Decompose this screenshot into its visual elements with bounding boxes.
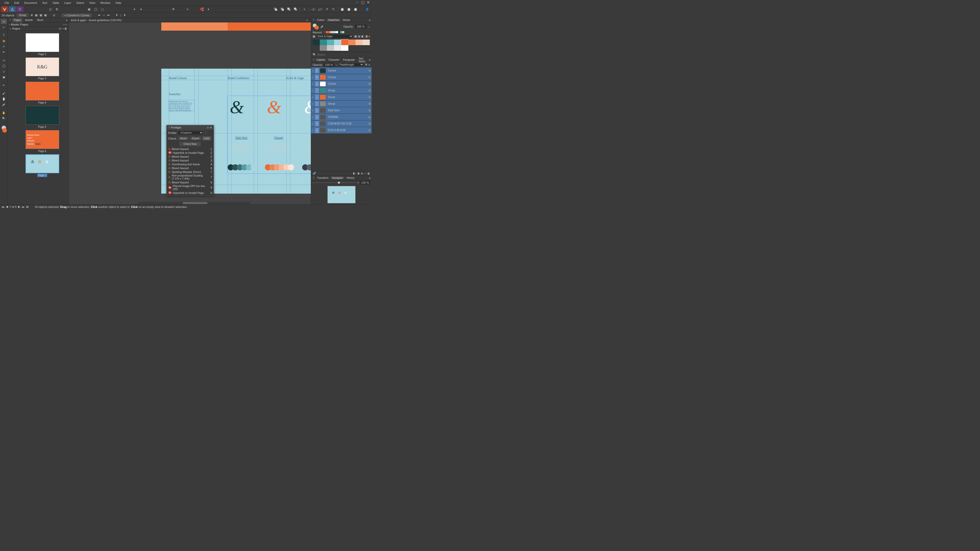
add2-icon[interactable]: ▾ [138, 6, 145, 12]
palette-swatch[interactable] [320, 40, 327, 45]
align-icon[interactable]: ≡ [301, 6, 308, 12]
layer-row[interactable]: ›AC:84 M:59 Y:61 K:55 [311, 121, 372, 127]
tab-layers[interactable]: Layers [316, 59, 326, 61]
chevron-right-icon[interactable]: › [312, 122, 314, 125]
page-dup-icon[interactable]: ▫ [63, 27, 64, 30]
bool-int-icon[interactable]: ⬤ [352, 6, 359, 12]
tint-row-dark[interactable] [228, 164, 257, 170]
layer-add-icon[interactable]: ▫ [365, 172, 366, 175]
close-icon[interactable]: ✕ [366, 0, 371, 5]
zoom-value[interactable]: 135 % [360, 181, 370, 184]
node-tool-icon[interactable]: ▷ [1, 24, 7, 30]
align-mid-icon[interactable]: ↕ [120, 14, 121, 17]
tab-colour[interactable]: Colour [316, 19, 326, 21]
order-back-icon[interactable] [272, 6, 279, 12]
layer-row[interactable]: ›Group [311, 100, 372, 107]
first-page-icon[interactable]: ⏮ [2, 205, 4, 208]
navigator-thumb[interactable]: & & & [328, 186, 355, 203]
layer-opacity-value[interactable]: 100 % [324, 63, 334, 67]
palette-swatch[interactable] [334, 40, 341, 45]
layer-fx2-icon[interactable]: fx [361, 172, 363, 175]
fill-color-swatch[interactable] [2, 128, 7, 133]
layer-row[interactable]: ›AR:25 G:56 B:58 [311, 127, 372, 134]
tab-character[interactable]: Character [327, 59, 341, 61]
preflight-item[interactable]: ⚠Bleed Hazard9 [167, 195, 213, 195]
recent-swatch[interactable] [338, 31, 340, 33]
tab-navigator[interactable]: Navigator [331, 176, 344, 179]
rotate-ccw-icon[interactable]: ↺ [323, 6, 330, 12]
maximize-icon[interactable]: ▢ [360, 0, 365, 5]
preflight-item[interactable]: ⛔Hyperlink to Invalid Page2 [167, 151, 213, 155]
table-tool-icon[interactable]: ▦ [1, 38, 7, 43]
layer-row[interactable]: ›ADark Gren [311, 107, 372, 114]
menu-document[interactable]: Document [22, 0, 40, 6]
master-del-icon[interactable]: ▫ [66, 23, 67, 26]
page-list-icon[interactable]: ▤ [26, 205, 29, 208]
recent-swatch[interactable] [328, 31, 330, 33]
body-text-frame[interactable]: Pellentesque sed nisi at nisi scelerisqu… [169, 100, 194, 111]
flip-v-icon[interactable]: △▽ [317, 6, 323, 12]
menu-edit[interactable]: Edit [12, 0, 22, 6]
align-bot-icon[interactable]: ⬇ [124, 14, 126, 17]
add-icon[interactable]: ▾ [131, 6, 138, 12]
recent-swatch[interactable] [340, 31, 342, 33]
chevron-right-icon[interactable]: › [312, 109, 314, 112]
visibility-toggle-icon[interactable] [369, 96, 371, 98]
transform-origin-icon[interactable]: ◎ [53, 14, 56, 17]
visibility-toggle-icon[interactable] [369, 103, 371, 105]
palette-swatch[interactable] [327, 45, 334, 51]
layer-row[interactable]: ›KCurves [311, 74, 372, 81]
pages-opts-icon[interactable]: ⎙ [59, 27, 61, 30]
anchor4-icon[interactable]: ▦ [44, 14, 47, 17]
clip-canvas-icon[interactable]: ▦ [86, 6, 92, 12]
tab-text-styles[interactable]: Text Styles [357, 57, 368, 63]
eyedropper-tool-icon[interactable]: 💉 [1, 102, 7, 107]
tab-transform[interactable]: Transform [316, 176, 330, 179]
palette-swatch[interactable] [341, 45, 348, 51]
page-thumb-6[interactable]: Roboto Serif:Light /RegularBold / Italic… [25, 130, 59, 153]
visibility-toggle-icon[interactable] [369, 89, 371, 92]
chevron-right-icon[interactable]: › [312, 116, 314, 119]
picture-frame-tool-icon[interactable]: ▣ [1, 75, 7, 79]
profile-select[interactable]: <Custom> [178, 130, 204, 135]
flip-h-icon[interactable]: ◁▷ [310, 6, 317, 12]
palette-swatch[interactable] [327, 40, 334, 45]
layer-opacity-chevron-icon[interactable]: ⌄ [335, 63, 337, 66]
order-frontone-icon[interactable] [286, 6, 292, 12]
preflight-close-icon[interactable]: ✕ [210, 126, 212, 129]
layer-row[interactable]: ›Group [311, 94, 372, 100]
menu-help[interactable]: Help [113, 0, 124, 6]
page-thumb-3[interactable]: K&GPage 3 [25, 57, 59, 80]
hex-dark-gren[interactable]: #19383AC:84 M:59 Y:61 K:55R:25 G:56 B:58 [227, 143, 255, 152]
menu-view[interactable]: View [86, 0, 98, 6]
swatches-menu-icon[interactable]: ≡ [369, 19, 372, 22]
tab-swatches[interactable]: Swatches [327, 19, 340, 21]
prev-page-icon[interactable]: ◀ [6, 205, 8, 208]
ellipse-tool-icon[interactable]: ◯ [1, 63, 7, 68]
palette-swatch[interactable] [313, 45, 320, 51]
preflight-menu-icon[interactable]: ≡ [207, 126, 209, 129]
page-add-icon[interactable]: ▫ [61, 27, 62, 30]
recent-swatch[interactable] [342, 31, 344, 33]
layer-opts-icon[interactable]: ≡ [369, 63, 370, 66]
chevron-right-icon[interactable]: › [312, 76, 314, 79]
page-thumb-2[interactable]: Page 2 [25, 33, 59, 56]
align-center-icon[interactable]: ↔ [102, 14, 105, 17]
swatch-view2-icon[interactable]: ▤ [358, 35, 360, 38]
recent-swatch[interactable] [330, 31, 332, 33]
palette-swatch[interactable] [363, 40, 370, 45]
layer-del-icon[interactable]: 🗑 [367, 172, 370, 175]
palette-select[interactable]: Krick & Giger [316, 34, 353, 38]
search-input[interactable] [317, 53, 370, 56]
menu-select[interactable]: Select [74, 0, 87, 6]
chevron-right-icon[interactable]: › [312, 102, 314, 105]
palette-swatch[interactable] [334, 45, 341, 51]
layer-mask-icon[interactable]: ◐ [353, 171, 355, 175]
layer-fx-icon[interactable]: ⚙ [365, 63, 368, 66]
preflight-item[interactable]: ⚠Overflowing text frame4 [167, 162, 213, 166]
brush-tool-icon[interactable]: 🖌 [1, 91, 7, 96]
close-doc-icon[interactable]: × [305, 19, 309, 22]
tab-pages[interactable]: Pages [12, 18, 22, 22]
visibility-toggle-icon[interactable] [369, 116, 371, 118]
anchor-icon[interactable]: ⊕ [30, 14, 33, 17]
